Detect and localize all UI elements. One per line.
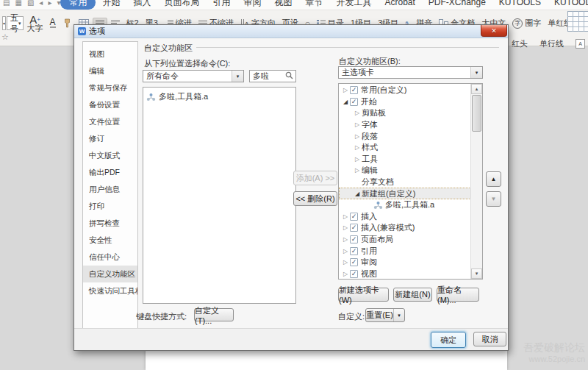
- new-group-button[interactable]: 新建组(N): [393, 288, 432, 302]
- tree-item-16[interactable]: ▷✓视图: [339, 268, 471, 280]
- tree-item-12[interactable]: ▷✓插入(兼容模式): [339, 222, 471, 234]
- tree-item-8[interactable]: 分享文档: [339, 177, 471, 188]
- ribbon-tab-7[interactable]: 章节: [298, 0, 329, 10]
- remove-button[interactable]: << 删除(R): [293, 191, 337, 206]
- sidebar-item-11[interactable]: 安全性: [83, 232, 137, 249]
- tree-item-3[interactable]: ▷字体: [339, 119, 471, 131]
- shrink-font[interactable]: A: [47, 16, 59, 30]
- circled-char[interactable]: 字圈字: [509, 15, 544, 31]
- move-down-button[interactable]: ▼: [486, 191, 501, 207]
- font-size-combo[interactable]: 五号▾: [7, 16, 24, 30]
- expander-icon[interactable]: ▷: [341, 271, 350, 277]
- expander-icon[interactable]: ▷: [341, 236, 350, 243]
- tree-item-15[interactable]: ▷✓审阅: [339, 257, 471, 268]
- ribbon-tab-12[interactable]: KUTOOLS PLUS: [548, 0, 588, 10]
- grow-font[interactable]: A+大字: [24, 15, 46, 32]
- search-input[interactable]: 多啦: [249, 70, 296, 82]
- tree-item-9[interactable]: ◢新建组(自定义): [339, 188, 471, 199]
- tree-item-2[interactable]: ▷剪贴板: [339, 107, 471, 119]
- sidebar-item-8[interactable]: 用户信息: [83, 181, 137, 198]
- single-line[interactable]: 单行线: [537, 36, 567, 51]
- expander-icon[interactable]: ▷: [353, 133, 362, 140]
- checkbox[interactable]: ✓: [350, 86, 358, 94]
- tree-item-1[interactable]: ◢✓开始: [339, 96, 471, 108]
- move-up-button[interactable]: ▲: [486, 171, 501, 187]
- ok-button[interactable]: 确定: [431, 332, 466, 348]
- reset-button[interactable]: 重置(E) ▾: [365, 308, 405, 322]
- tree-item-11[interactable]: ▷✓插入: [339, 211, 471, 223]
- sidebar-item-2[interactable]: 常规与保存: [83, 79, 137, 96]
- expander-icon[interactable]: ▷: [353, 144, 362, 151]
- format-painter[interactable]: [60, 16, 75, 30]
- sidebar-item-10[interactable]: 拼写检查: [83, 215, 137, 232]
- commands-list[interactable]: 多啦,工具箱.a: [143, 87, 296, 304]
- combo-remnant[interactable]: ▾: [2, 16, 6, 30]
- expander-icon[interactable]: ◢: [353, 191, 362, 197]
- ribbon-tab-6[interactable]: 视图: [268, 0, 298, 10]
- add-button[interactable]: 添加(A) >>: [293, 171, 337, 185]
- expander-icon[interactable]: ◢: [341, 99, 350, 105]
- checkbox[interactable]: ✓: [350, 247, 358, 255]
- tree-item-0[interactable]: ▷✓常用(自定义): [339, 85, 471, 96]
- sidebar-item-7[interactable]: 输出PDF: [83, 164, 137, 181]
- cancel-button[interactable]: 取消: [473, 332, 506, 346]
- tree-item-14[interactable]: ▷✓引用: [339, 245, 471, 257]
- sidebar-item-6[interactable]: 中文版式: [83, 147, 137, 164]
- ribbon-tab-4[interactable]: 引用: [206, 0, 237, 10]
- checkbox[interactable]: ✓: [350, 258, 358, 266]
- expander-icon[interactable]: ▷: [341, 224, 350, 231]
- ribbon-tab-5[interactable]: 审阅: [237, 0, 268, 10]
- ribbon-tab-9[interactable]: Acrobat: [378, 0, 421, 10]
- sidebar-item-13[interactable]: 自定义功能区: [83, 266, 137, 282]
- new-tab-button[interactable]: 新建选项卡(W): [338, 288, 389, 302]
- single-red-line[interactable]: 单红线: [545, 15, 568, 31]
- ribbon-tab-3[interactable]: 页面布局: [157, 0, 206, 10]
- expander-icon[interactable]: ▷: [341, 259, 350, 266]
- ribbon-tab-1[interactable]: 开始: [96, 0, 126, 10]
- sidebar-item-14[interactable]: 快速访问工具栏: [83, 282, 137, 299]
- scrollbar-thumb[interactable]: [472, 95, 481, 132]
- red-head[interactable]: 红头: [509, 36, 531, 51]
- tree-item-5[interactable]: ▷样式: [339, 142, 471, 154]
- tree-item-7[interactable]: ▷编辑: [339, 165, 471, 177]
- checkbox[interactable]: ✓: [350, 224, 358, 232]
- ribbon-tab-0[interactable]: 常用: [60, 0, 96, 10]
- expander-icon[interactable]: ▷: [341, 248, 350, 255]
- ribbon-tab-2[interactable]: 插入: [126, 0, 157, 10]
- keyboard-customize-button[interactable]: 自定义(T)...: [194, 308, 234, 321]
- rename-button[interactable]: 重命名(M)...: [437, 288, 479, 302]
- checkbox[interactable]: ✓: [350, 98, 358, 106]
- sidebar-item-12[interactable]: 信任中心: [83, 249, 137, 266]
- expander-icon[interactable]: ▷: [353, 110, 362, 116]
- tree-item-13[interactable]: ▷✓页面布局: [339, 234, 471, 246]
- checkbox[interactable]: ✓: [350, 235, 358, 243]
- a-box[interactable]: A: [573, 37, 588, 51]
- table-grid-icon[interactable]: [567, 11, 588, 33]
- commands-dropdown[interactable]: 所有命令 ▾: [143, 70, 244, 82]
- checkbox[interactable]: ✓: [350, 213, 358, 221]
- tree-item-4[interactable]: ▷段落: [339, 130, 471, 142]
- dialog-titlebar[interactable]: W 选项: [74, 25, 508, 38]
- expander-icon[interactable]: ▷: [353, 167, 362, 174]
- sidebar-item-1[interactable]: 编辑: [83, 63, 137, 79]
- ribbon-tab-10[interactable]: PDF-XChange: [422, 0, 492, 10]
- command-item[interactable]: 多啦,工具箱.a: [143, 90, 295, 104]
- scroll-up-icon[interactable]: ▴: [471, 84, 482, 94]
- ribbon-tab-8[interactable]: 开发工具: [329, 0, 378, 10]
- ribbon-tab-11[interactable]: KUTOOLS: [492, 0, 548, 10]
- sidebar-item-3[interactable]: 备份设置: [83, 96, 137, 113]
- expander-icon[interactable]: ▷: [353, 156, 362, 163]
- sidebar-item-4[interactable]: 文件位置: [83, 113, 137, 130]
- expander-icon[interactable]: ▷: [341, 213, 350, 220]
- sidebar-item-9[interactable]: 打印: [83, 198, 137, 215]
- scrollbar[interactable]: ▴ ▾: [470, 84, 482, 279]
- expander-icon[interactable]: ▷: [353, 121, 362, 128]
- sidebar-item-5[interactable]: 修订: [83, 130, 137, 147]
- ribbon-tabs-dropdown[interactable]: 主选项卡 ▾: [338, 66, 483, 79]
- close-button[interactable]: ✕: [481, 25, 507, 37]
- tree-item-6[interactable]: ▷工具: [339, 154, 471, 166]
- expander-icon[interactable]: ▷: [341, 87, 350, 93]
- sidebar-item-0[interactable]: 视图: [83, 46, 137, 63]
- checkbox[interactable]: ✓: [350, 270, 358, 278]
- scroll-down-icon[interactable]: ▾: [471, 268, 482, 279]
